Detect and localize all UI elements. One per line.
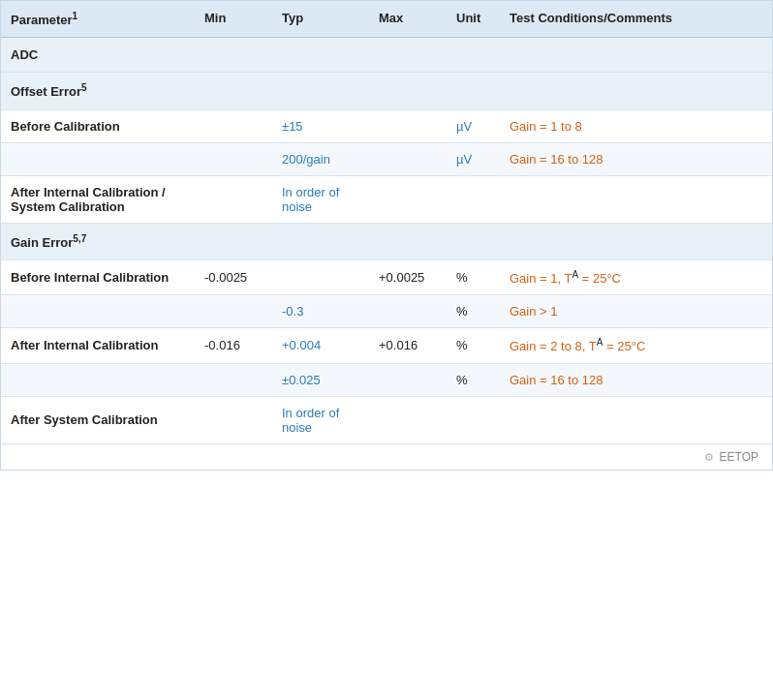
table-row: Gain Error5,7 (1, 223, 772, 259)
cell-min (195, 396, 272, 443)
cell-param: Before Calibration (1, 109, 195, 142)
cell-typ: ±15 (272, 109, 369, 142)
cell-max (369, 295, 447, 328)
table-row: After System CalibrationIn order of nois… (1, 396, 772, 443)
cell-param (1, 295, 195, 328)
cell-typ: 200/gain (272, 142, 369, 175)
cell-test (500, 175, 772, 223)
table-row: After Internal Calibration / System Cali… (1, 175, 772, 223)
cell-min (195, 295, 272, 328)
table-row: ±0.025%Gain = 16 to 128 (1, 363, 772, 396)
cell-min (195, 175, 272, 223)
cell-unit: µV (447, 142, 500, 175)
cell-unit: % (447, 295, 500, 328)
cell-param: After Internal Calibration (1, 328, 195, 363)
table-header-row: Parameter1 Min Typ Max Unit Test Conditi… (1, 1, 772, 38)
table-row: -0.3%Gain > 1 (1, 295, 772, 328)
cell-typ (272, 259, 369, 294)
cell-test: Gain = 16 to 128 (500, 142, 772, 175)
header-unit: Unit (447, 1, 500, 38)
cell-unit: % (447, 363, 500, 396)
cell-min (195, 142, 272, 175)
section-header-cell: Gain Error5,7 (1, 223, 772, 259)
cell-min (195, 109, 272, 142)
spec-table-container: Parameter1 Min Typ Max Unit Test Conditi… (0, 0, 773, 471)
cell-test: Gain = 1 to 8 (500, 109, 772, 142)
cell-min: -0.0025 (195, 259, 272, 294)
cell-max (369, 109, 447, 142)
table-body: ADCOffset Error5Before Calibration±15µVG… (1, 38, 772, 443)
cell-param: After Internal Calibration / System Cali… (1, 175, 195, 223)
watermark-icon: ⚙ (704, 451, 714, 463)
cell-typ: ±0.025 (272, 363, 369, 396)
watermark-text: EETOP (720, 450, 758, 464)
cell-test (500, 396, 772, 443)
table-row: 200/gainµVGain = 16 to 128 (1, 142, 772, 175)
cell-min: -0.016 (195, 328, 272, 363)
header-param-label: Parameter (11, 13, 73, 27)
spec-table: Parameter1 Min Typ Max Unit Test Conditi… (1, 1, 772, 444)
cell-unit: % (447, 259, 500, 294)
header-min: Min (195, 1, 272, 38)
cell-unit (447, 396, 500, 443)
cell-max (369, 142, 447, 175)
cell-unit: % (447, 328, 500, 363)
cell-max (369, 363, 447, 396)
cell-param: Before Internal Calibration (1, 259, 195, 294)
cell-param (1, 363, 195, 396)
watermark: ⚙ EETOP (1, 444, 772, 470)
cell-max: +0.016 (369, 328, 447, 363)
cell-max (369, 396, 447, 443)
cell-test: Gain = 2 to 8, TA = 25°C (500, 328, 772, 363)
cell-test: Gain > 1 (500, 295, 772, 328)
header-max: Max (369, 1, 447, 38)
cell-max: +0.0025 (369, 259, 447, 294)
cell-test: Gain = 1, TA = 25°C (500, 259, 772, 294)
cell-typ: In order of noise (272, 396, 369, 443)
cell-max (369, 175, 447, 223)
header-test: Test Conditions/Comments (500, 1, 772, 38)
cell-typ: In order of noise (272, 175, 369, 223)
table-row: After Internal Calibration-0.016+0.004+0… (1, 328, 772, 363)
table-row: Offset Error5 (1, 73, 772, 109)
cell-min (195, 363, 272, 396)
header-param-superscript: 1 (73, 11, 78, 21)
cell-param: After System Calibration (1, 396, 195, 443)
cell-typ: -0.3 (272, 295, 369, 328)
cell-unit (447, 175, 500, 223)
section-header-cell: ADC (1, 38, 772, 73)
cell-typ: +0.004 (272, 328, 369, 363)
cell-param (1, 142, 195, 175)
cell-test: Gain = 16 to 128 (500, 363, 772, 396)
table-row: Before Calibration±15µVGain = 1 to 8 (1, 109, 772, 142)
section-header-cell: Offset Error5 (1, 73, 772, 109)
table-row: Before Internal Calibration-0.0025+0.002… (1, 259, 772, 294)
header-param: Parameter1 (1, 1, 195, 38)
table-row: ADC (1, 38, 772, 73)
cell-unit: µV (447, 109, 500, 142)
header-typ: Typ (272, 1, 369, 38)
